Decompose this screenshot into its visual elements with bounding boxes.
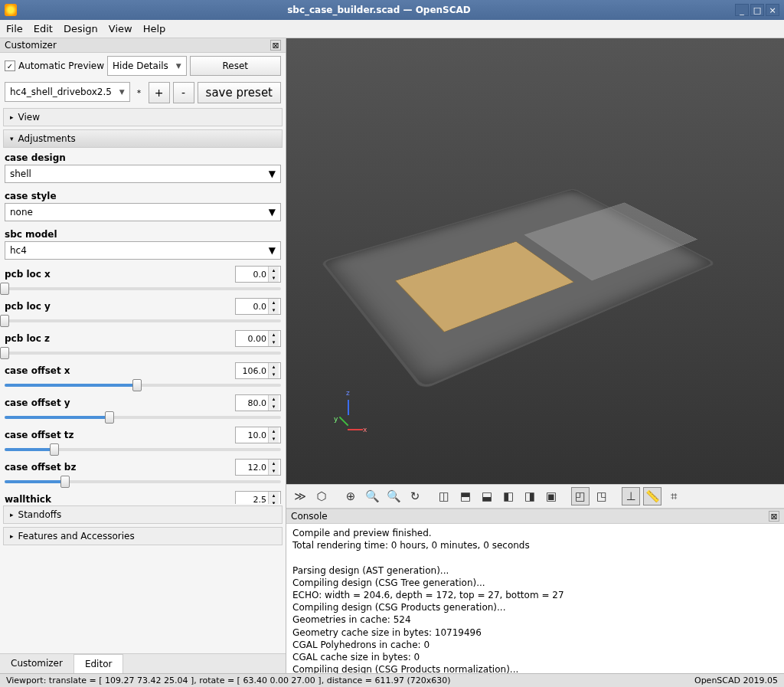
spinner-down-icon[interactable]: ▾ bbox=[269, 403, 279, 411]
axes-icon[interactable]: ⊥ bbox=[622, 487, 640, 505]
menu-view[interactable]: View bbox=[109, 23, 132, 34]
param-label: case offset y bbox=[5, 396, 230, 410]
spinner-up-icon[interactable]: ▴ bbox=[269, 267, 279, 274]
close-button[interactable]: × bbox=[766, 4, 779, 16]
spinner-down-icon[interactable]: ▾ bbox=[269, 467, 279, 475]
menu-file[interactable]: File bbox=[6, 23, 23, 34]
top-icon[interactable]: ⬒ bbox=[456, 487, 475, 505]
param-input[interactable] bbox=[236, 366, 268, 376]
param-spinner[interactable]: ▴ ▾ bbox=[235, 362, 281, 379]
param-input[interactable] bbox=[236, 463, 268, 473]
param-spinner[interactable]: ▴ ▾ bbox=[235, 330, 281, 347]
spinner-down-icon[interactable]: ▾ bbox=[269, 274, 279, 282]
left-icon[interactable]: ◧ bbox=[499, 487, 518, 505]
right-icon[interactable]: ◫ bbox=[435, 487, 453, 505]
slider-thumb[interactable] bbox=[50, 443, 59, 456]
param-spinner[interactable]: ▴ ▾ bbox=[235, 427, 281, 443]
crosshair-icon[interactable]: ⌗ bbox=[665, 487, 683, 505]
viewport-3d[interactable]: z x y bbox=[286, 38, 784, 484]
param-slider[interactable] bbox=[5, 350, 281, 356]
param-spinner[interactable]: ▴ ▾ bbox=[235, 298, 281, 315]
spinner-up-icon[interactable]: ▴ bbox=[269, 460, 279, 467]
console-close-icon[interactable]: ⊠ bbox=[769, 511, 779, 522]
param-slider[interactable] bbox=[5, 414, 281, 420]
section-view[interactable]: ▸View bbox=[3, 108, 283, 126]
spinner-down-icon[interactable]: ▾ bbox=[269, 499, 279, 504]
spinner-up-icon[interactable]: ▴ bbox=[269, 363, 279, 371]
param-slider[interactable] bbox=[5, 479, 281, 485]
param-slider[interactable] bbox=[5, 382, 281, 388]
preset-dropdown[interactable]: hc4_shell_drivebox2.5 ▼ bbox=[5, 82, 130, 102]
spinner-down-icon[interactable]: ▾ bbox=[269, 306, 279, 314]
auto-preview-checkbox[interactable]: ✓ bbox=[5, 61, 15, 71]
param-input[interactable] bbox=[236, 270, 268, 280]
spinner-up-icon[interactable]: ▴ bbox=[269, 395, 279, 403]
param-spinner[interactable]: ▴ ▾ bbox=[235, 266, 281, 283]
param-slider[interactable] bbox=[5, 318, 281, 324]
spinner-up-icon[interactable]: ▴ bbox=[269, 331, 279, 339]
chevron-down-icon: ▼ bbox=[269, 245, 276, 256]
reset-button[interactable]: Reset bbox=[190, 56, 281, 76]
param-input[interactable] bbox=[236, 302, 268, 312]
tab-customizer[interactable]: Customizer bbox=[0, 654, 74, 673]
zoom-in-icon[interactable]: 🔍 bbox=[363, 487, 381, 505]
bottom-icon[interactable]: ⬓ bbox=[478, 487, 496, 505]
back-icon[interactable]: ▣ bbox=[542, 487, 560, 505]
preview-icon[interactable]: ≫ bbox=[291, 487, 309, 505]
param-case-style: case style none ▼ bbox=[0, 188, 286, 226]
auto-preview-label: Automatic Preview bbox=[18, 61, 104, 71]
param-select[interactable]: shell ▼ bbox=[5, 165, 281, 183]
slider-thumb[interactable] bbox=[0, 283, 9, 295]
param-input[interactable] bbox=[236, 398, 268, 408]
console-output[interactable]: Compile and preview finished.Total rende… bbox=[286, 524, 784, 673]
console-line: Parsing design (AST generation)... bbox=[292, 564, 778, 577]
section-adjustments[interactable]: ▾Adjustments bbox=[3, 129, 283, 148]
section-features[interactable]: ▸Features and Accessories bbox=[3, 527, 283, 545]
param-spinner[interactable]: ▴ ▾ bbox=[235, 394, 281, 411]
tab-editor[interactable]: Editor bbox=[74, 654, 124, 673]
orthogonal-icon[interactable]: ◳ bbox=[593, 487, 611, 505]
reset-view-icon[interactable]: ↻ bbox=[406, 487, 424, 505]
param-slider[interactable] bbox=[5, 447, 281, 453]
slider-thumb[interactable] bbox=[0, 347, 9, 359]
menu-design[interactable]: Design bbox=[64, 23, 98, 34]
spinner-up-icon[interactable]: ▴ bbox=[269, 427, 279, 435]
view-all-icon[interactable]: ⊕ bbox=[341, 487, 360, 505]
slider-thumb[interactable] bbox=[60, 476, 70, 488]
scale-icon[interactable]: 📏 bbox=[643, 487, 662, 505]
spinner-down-icon[interactable]: ▾ bbox=[269, 435, 279, 443]
hide-details-dropdown[interactable]: Hide Details ▼ bbox=[107, 56, 186, 76]
param-input[interactable] bbox=[236, 495, 268, 505]
render-icon[interactable]: ⬡ bbox=[312, 487, 331, 505]
section-features-label: Features and Accessories bbox=[18, 531, 135, 541]
slider-thumb[interactable] bbox=[0, 315, 9, 327]
param-select[interactable]: hc4 ▼ bbox=[5, 241, 281, 260]
param-input[interactable] bbox=[236, 430, 268, 440]
save-preset-button[interactable]: save preset bbox=[198, 82, 281, 103]
spinner-down-icon[interactable]: ▾ bbox=[269, 371, 279, 378]
param-spinner[interactable]: ▴ ▾ bbox=[235, 491, 281, 504]
spinner-up-icon[interactable]: ▴ bbox=[269, 492, 279, 499]
sidebar-tabs: Customizer Editor bbox=[0, 653, 286, 673]
customizer-close-icon[interactable]: ⊠ bbox=[270, 40, 281, 51]
menu-edit[interactable]: Edit bbox=[34, 23, 53, 34]
slider-thumb[interactable] bbox=[105, 411, 114, 424]
perspective-icon[interactable]: ◰ bbox=[571, 487, 590, 505]
param-spinner[interactable]: ▴ ▾ bbox=[235, 459, 281, 476]
param-input[interactable] bbox=[236, 334, 268, 344]
param-select[interactable]: none ▼ bbox=[5, 203, 281, 221]
zoom-out-icon[interactable]: 🔍 bbox=[384, 487, 403, 505]
content-area: z x y ≫⬡⊕🔍🔍↻◫⬒⬓◧◨▣◰◳⊥📏⌗ Console ⊠ Compil… bbox=[286, 38, 784, 673]
preset-add-button[interactable]: + bbox=[149, 82, 170, 103]
preset-remove-button[interactable]: - bbox=[173, 82, 194, 103]
section-standoffs[interactable]: ▸Standoffs bbox=[3, 505, 283, 524]
spinner-down-icon[interactable]: ▾ bbox=[269, 339, 279, 346]
param-slider[interactable] bbox=[5, 286, 281, 292]
spinner-up-icon[interactable]: ▴ bbox=[269, 299, 279, 306]
slider-thumb[interactable] bbox=[132, 379, 142, 391]
minimize-button[interactable]: _ bbox=[735, 4, 749, 16]
front-icon[interactable]: ◨ bbox=[521, 487, 539, 505]
menu-help[interactable]: Help bbox=[143, 23, 166, 34]
maximize-button[interactable]: □ bbox=[750, 4, 764, 16]
param-label: case design bbox=[5, 151, 281, 165]
